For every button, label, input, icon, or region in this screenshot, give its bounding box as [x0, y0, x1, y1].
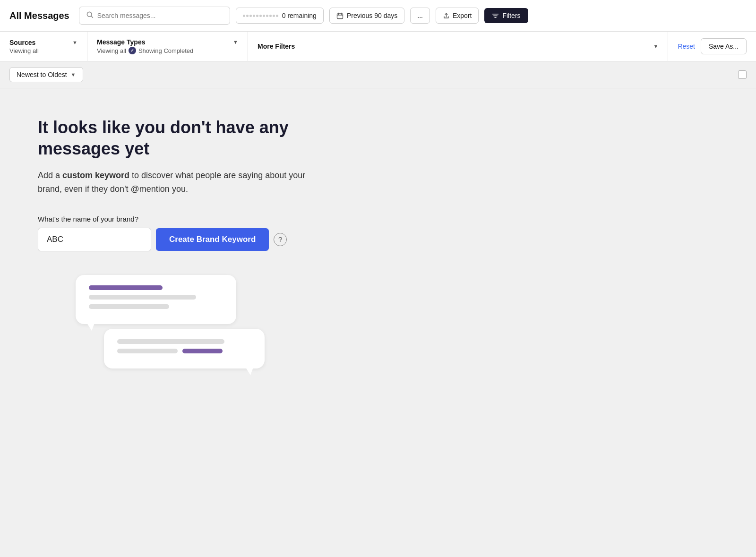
export-button[interactable]: Export [436, 8, 479, 24]
empty-subtext: Add a custom keyword to discover what pe… [38, 169, 307, 196]
date-range-label: Previous 90 days [347, 12, 397, 19]
bubble-line-accent2 [182, 349, 223, 353]
sort-chevron-icon: ▼ [71, 72, 76, 77]
sort-bar: Newest to Oldest ▼ [0, 61, 756, 88]
reset-link[interactable]: Reset [678, 43, 695, 50]
help-icon-label: ? [278, 235, 282, 243]
save-as-button[interactable]: Save As... [701, 38, 747, 54]
bubble-line-row [117, 349, 251, 358]
remaining-label: 0 remaining [282, 12, 317, 19]
completed-badge [129, 47, 136, 54]
bubble-line-1 [89, 295, 196, 300]
message-bubbles-illustration [76, 275, 265, 368]
search-bar[interactable] [79, 7, 230, 25]
bubble-top [76, 275, 236, 324]
brand-form-row: Create Brand Keyword ? [38, 228, 287, 251]
brand-form-label: What's the name of your brand? [38, 215, 138, 223]
bubble-line-2 [89, 304, 169, 309]
brand-input[interactable] [38, 228, 151, 251]
help-icon[interactable]: ? [274, 233, 287, 246]
filter-bar: Sources ▼ Viewing all Message Types ▼ Vi… [0, 32, 756, 61]
more-filters-chevron-icon: ▼ [653, 43, 658, 49]
sort-dropdown[interactable]: Newest to Oldest ▼ [9, 67, 83, 82]
sources-label: Sources ▼ [9, 39, 77, 46]
search-input[interactable] [97, 12, 223, 19]
message-types-label: Message Types ▼ [97, 38, 238, 46]
page-title: All Messages [9, 10, 69, 21]
header: All Messages 0 remaining Previous 90 day… [0, 0, 756, 32]
create-keyword-button[interactable]: Create Brand Keyword [156, 228, 269, 251]
sources-sublabel: Viewing all [9, 47, 77, 54]
bubble-line-3 [117, 339, 224, 344]
svg-rect-2 [337, 14, 343, 19]
more-filters[interactable]: More Filters ▼ [248, 32, 668, 61]
bubble-line-accent [89, 285, 163, 290]
bubble-line-4 [117, 349, 178, 353]
progress-dots [243, 15, 278, 17]
more-label: ... [417, 12, 423, 19]
date-range-button[interactable]: Previous 90 days [329, 8, 404, 24]
filters-icon [492, 12, 499, 19]
filters-button[interactable]: Filters [484, 8, 528, 23]
sources-chevron-icon: ▼ [72, 40, 77, 45]
select-all-checkbox[interactable] [738, 70, 747, 79]
more-filters-label: More Filters ▼ [258, 43, 658, 50]
filter-actions: Reset Save As... [668, 32, 756, 61]
remaining-button[interactable]: 0 remaining [236, 8, 324, 24]
message-types-chevron-icon: ▼ [233, 39, 238, 45]
empty-heading: It looks like you don't have any message… [38, 117, 321, 159]
search-icon [86, 11, 94, 20]
sources-filter[interactable]: Sources ▼ Viewing all [0, 32, 87, 61]
sort-label: Newest to Oldest [17, 71, 67, 78]
export-label: Export [453, 12, 472, 19]
message-types-sublabel: Viewing all Showing Completed [97, 47, 238, 54]
svg-line-1 [91, 16, 93, 18]
export-icon [443, 12, 450, 19]
bubble-bottom [104, 329, 265, 368]
message-types-filter[interactable]: Message Types ▼ Viewing all Showing Comp… [87, 32, 248, 61]
calendar-icon [336, 12, 344, 19]
more-button[interactable]: ... [410, 8, 430, 24]
main-content: It looks like you don't have any message… [0, 88, 756, 514]
filters-label: Filters [502, 12, 520, 19]
